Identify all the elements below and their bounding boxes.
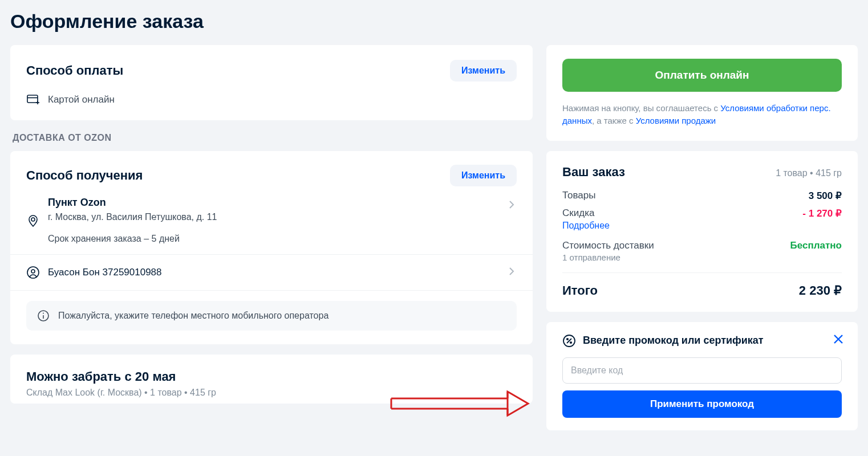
page-title: Оформление заказа <box>0 0 868 45</box>
delivery-section-label: ДОСТАВКА ОТ OZON <box>10 131 533 151</box>
shipping-sub: 1 отправление <box>562 253 842 262</box>
summary-meta: 1 товар • 415 гр <box>776 168 842 178</box>
items-value: 3 500 ₽ <box>809 190 842 202</box>
payment-heading: Способ оплаты <box>26 63 123 78</box>
pickup-address: г. Москва, ул. Василия Петушкова, д. 11 <box>48 212 217 222</box>
discount-more-link[interactable]: Подробнее <box>562 221 842 231</box>
divider <box>562 272 842 273</box>
pickup-date-heading: Можно забрать с 20 мая <box>26 369 517 384</box>
summary-title: Ваш заказ <box>562 165 625 180</box>
promo-code-input[interactable] <box>562 357 842 384</box>
user-circle-icon <box>26 266 40 279</box>
pay-online-button[interactable]: Оплатить онлайн <box>562 59 842 92</box>
chevron-right-icon <box>509 267 514 278</box>
phone-notice: Пожалуйста, укажите телефон местного моб… <box>26 301 517 331</box>
total-label: Итого <box>562 283 598 298</box>
chevron-right-icon <box>509 200 514 211</box>
pickup-storage: Срок хранения заказа – 5 дней <box>48 234 217 244</box>
svg-point-13 <box>570 341 571 343</box>
discount-label: Скидка <box>562 207 594 219</box>
location-pin-icon <box>26 197 40 244</box>
notice-text: Пожалуйста, укажите телефон местного моб… <box>58 311 328 321</box>
delivery-heading: Способ получения <box>26 168 143 183</box>
svg-point-5 <box>27 267 39 278</box>
svg-rect-0 <box>27 95 38 103</box>
terms-sale-link[interactable]: Условиями продажи <box>636 116 716 125</box>
agreement-text: Нажимая на кнопку, вы соглашаетесь с Усл… <box>562 102 842 127</box>
pickup-point-row[interactable]: Пункт Ozon г. Москва, ул. Василия Петушк… <box>26 197 517 244</box>
recipient-row[interactable]: Буасон Бон 37259010988 <box>10 255 533 291</box>
svg-point-6 <box>31 270 35 273</box>
card-icon <box>26 95 40 105</box>
promo-card: Введите промокод или сертификат Применит… <box>546 322 858 430</box>
svg-point-9 <box>43 313 44 314</box>
svg-point-12 <box>567 338 568 339</box>
change-delivery-button[interactable]: Изменить <box>450 165 517 186</box>
total-value: 2 230 ₽ <box>799 283 842 298</box>
pickup-date-card: Можно забрать с 20 мая Склад Max Look (г… <box>10 355 533 404</box>
delivery-card: Способ получения Изменить Пункт Ozon г. … <box>10 151 533 344</box>
pay-card: Оплатить онлайн Нажимая на кнопку, вы со… <box>546 45 858 141</box>
change-payment-button[interactable]: Изменить <box>450 60 517 82</box>
percent-circle-icon <box>562 335 576 347</box>
info-icon <box>36 310 50 321</box>
close-icon[interactable] <box>833 333 844 347</box>
promo-title: Введите промокод или сертификат <box>583 335 764 347</box>
recipient-name: Буасон Бон 37259010988 <box>48 267 162 278</box>
pickup-title: Пункт Ozon <box>48 197 217 209</box>
payment-card: Способ оплаты Изменить Картой онлайн <box>10 45 533 120</box>
order-summary-card: Ваш заказ 1 товар • 415 гр Товары 3 500 … <box>546 151 858 312</box>
items-label: Товары <box>562 190 595 202</box>
apply-promo-button[interactable]: Применить промокод <box>562 390 842 418</box>
payment-method: Картой онлайн <box>48 94 115 105</box>
discount-value: - 1 270 ₽ <box>802 207 842 219</box>
pickup-date-sub: Склад Max Look (г. Москва) • 1 товар • 4… <box>26 388 517 398</box>
shipping-value: Бесплатно <box>790 240 842 251</box>
svg-point-4 <box>31 218 35 221</box>
shipping-label: Стоимость доставки <box>562 240 654 251</box>
